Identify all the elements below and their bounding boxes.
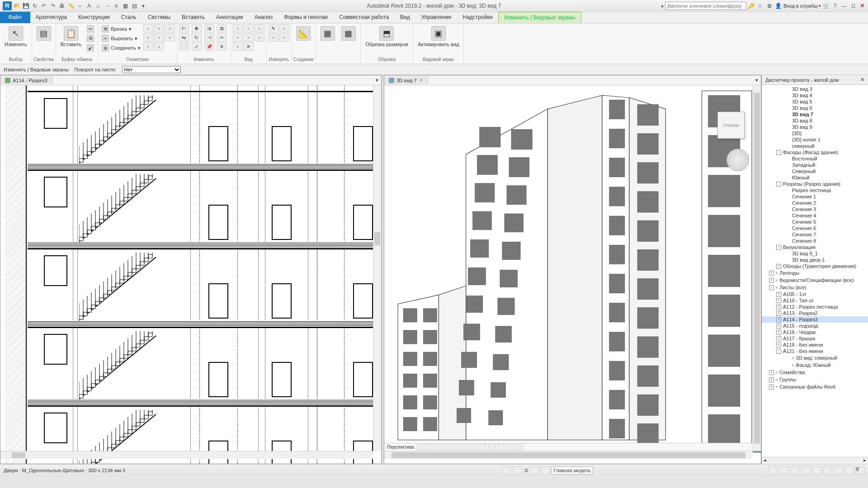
offset-button[interactable]: ⇉ [204,24,214,33]
close-views-icon[interactable]: ▦ [121,2,129,10]
tree-item[interactable]: Северный [762,168,868,174]
tree-item[interactable]: 3D вид 6 [762,105,868,111]
vc-reveal[interactable] [497,444,505,450]
right-scroll-v[interactable] [753,85,761,451]
help-icon[interactable]: ? [831,2,839,10]
scale-button[interactable]: ⤢ [192,42,202,51]
vc-detail[interactable] [416,444,423,450]
tree-item[interactable]: +A112 - Разрез лестница [762,304,868,310]
tree-item[interactable]: +▫Семейства [762,369,868,376]
tree-item[interactable]: Сечение 6 [762,225,868,231]
array-button[interactable]: ⋮⋮ [179,42,189,51]
vc-extra2[interactable] [515,444,523,450]
pb-close-icon[interactable]: ✕ [860,77,864,83]
tree-item[interactable]: +A117 - Крыша [762,335,868,342]
measure-icon[interactable]: 📏 [67,2,75,10]
right-scroll-h[interactable] [384,451,753,459]
tree-item[interactable]: +A116 - Чердак [762,329,868,335]
cut-geom-button[interactable]: ✂Вырезать ▾ [100,34,142,43]
keynote-icon[interactable]: 🔑 [747,2,755,10]
cut-button[interactable]: ✂ [85,24,96,33]
project-tree[interactable]: 3D вид 33D вид 43D вид 53D вид 63D вид 7… [762,85,868,457]
sb-8[interactable] [801,466,810,474]
sb-3[interactable] [529,466,538,474]
tree-item[interactable]: Западный [762,162,868,168]
left-view-tab[interactable]: A114 - Разрез3 [0,76,52,84]
view-scale-label[interactable]: Перспектива [387,445,414,450]
mod2-tool-8[interactable]: ✕ [244,42,254,51]
print-icon[interactable]: 🖶 [58,2,66,10]
qat-more-icon[interactable]: ▾ [139,2,147,10]
vc-shadow[interactable] [443,444,450,450]
save-icon[interactable]: 💾 [22,2,30,10]
sb-12[interactable] [844,466,854,474]
tree-item[interactable]: -Фасады (Фасад здания) [762,149,868,155]
tree-item[interactable]: +A105 - 1эт [762,291,868,297]
dim-icon[interactable]: ↔ [76,2,84,10]
tree-item[interactable]: {3D} копия 1 [762,136,868,143]
user-dropdown-icon[interactable]: ▾ [819,4,821,8]
geom-tool-8[interactable]: ▫ [154,42,164,51]
create-button[interactable]: ▦ [318,24,338,42]
view-tool-2[interactable]: ▫ [279,24,289,33]
right-view-canvas[interactable]: Спереди [384,85,761,464]
vc-sun[interactable] [434,444,441,450]
copy-button[interactable]: ⧉ [85,34,96,43]
ribbon-tab-3[interactable]: Сталь [116,12,142,23]
cope-button[interactable]: ⚒Врезка ▾ [100,24,142,33]
geom-tool-7[interactable]: ▫ [143,42,153,51]
create-button-2[interactable]: ▦ [339,24,359,42]
mod2-tool-5[interactable]: ▫ [244,33,254,42]
move-button[interactable]: ✥ [192,24,202,33]
tree-item[interactable]: Сечение 3 [762,206,868,212]
tree-item[interactable]: Восточный [762,155,868,162]
view-tool-1[interactable]: ✎ [269,24,278,33]
tree-item[interactable]: +A115 - подъезд [762,323,868,329]
minimize-button[interactable]: — [840,2,848,10]
sync-icon[interactable]: ↻ [31,2,39,10]
tree-item[interactable]: +A113 - Разрез2 [762,310,868,316]
tree-item[interactable]: северный [762,143,868,149]
favorite-icon[interactable]: ✿ [765,2,774,10]
geom-tool-2[interactable]: ▫ [154,24,164,33]
right-view-max-icon[interactable]: ▾ [753,77,761,83]
sb-4[interactable] [540,466,549,474]
sb-filter[interactable]: ∇ [855,466,864,474]
switch-icon[interactable]: ▤ [130,2,138,10]
geom-tool-4[interactable]: ▫ [143,33,153,42]
geom-tool-1[interactable]: ▫ [143,24,153,33]
pin-button[interactable]: 📌 [204,42,214,51]
open-icon[interactable]: 📂 [13,2,21,10]
right-view-tab[interactable]: 3D вид 7 ✕ [384,76,428,84]
search-input[interactable] [665,2,746,10]
vc-crop[interactable] [461,444,468,450]
ribbon-tab-2[interactable]: Конструкция [73,12,116,23]
tree-item[interactable]: Сечение 2 [762,200,868,206]
ribbon-tab-8[interactable]: Формы и генплан [278,12,334,23]
ribbon-tab-1[interactable]: Архитектура [30,12,73,23]
split-button[interactable]: ✂ [217,33,227,42]
tree-item[interactable]: +A118 - Без имени [762,342,868,348]
tree-item[interactable]: Сечение 7 [762,231,868,238]
sb-7[interactable] [790,466,799,474]
geom-tool-6[interactable]: ▫ [165,33,175,42]
close-button[interactable]: ✕ [858,2,866,10]
tree-item[interactable]: 3D вид 9_1 [762,250,868,257]
viewcube-face[interactable]: Спереди [717,112,745,139]
tree-item[interactable]: 3D вид 5 [762,99,868,105]
tree-item[interactable]: 3D вид 7 [762,111,868,117]
tree-item[interactable]: ▫Фасад: Южный [762,361,868,369]
ribbon-tab-9[interactable]: Совместная работа [334,12,395,23]
mod2-tool-2[interactable]: ▫ [244,24,254,33]
ribbon-tab-5[interactable]: Вставить [176,12,211,23]
mod2-tool-1[interactable]: ▫ [233,24,243,33]
pb-scroll-right[interactable]: ▸ [862,457,868,464]
tree-item[interactable]: Сечение 5 [762,219,868,225]
tree-item[interactable]: +▫Ведомости/Спецификации (все) [762,277,868,284]
tree-item[interactable]: 3D вид двор-1 [762,257,868,263]
text-icon[interactable]: A [85,2,93,10]
ribbon-tab-13[interactable]: Изменить | Видовые экраны [498,12,581,23]
tree-item[interactable]: 3D вид 8 [762,117,868,124]
sb-2[interactable] [513,466,522,474]
tree-item[interactable]: -Разрезы (Разрез здания) [762,181,868,187]
